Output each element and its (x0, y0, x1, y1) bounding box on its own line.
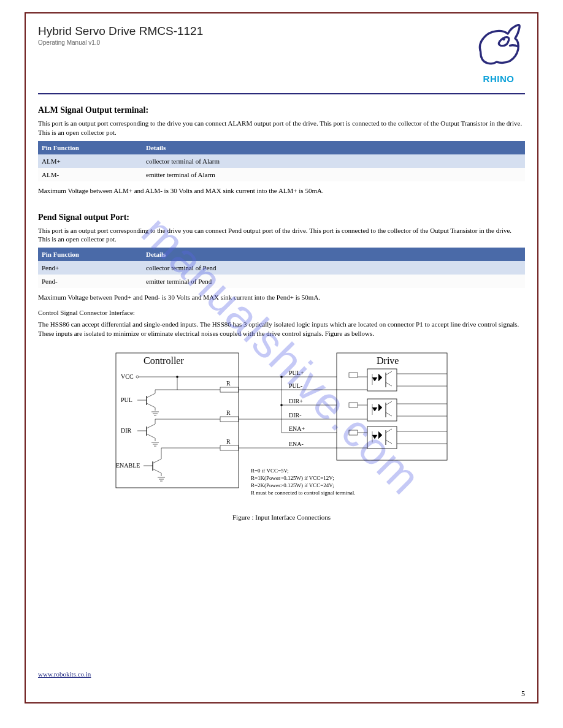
svg-line-9 (147, 393, 155, 398)
svg-line-44 (386, 371, 392, 375)
svg-line-45 (386, 382, 392, 386)
table-row: ALM+ collector terminal of Alarm (38, 154, 525, 168)
enam-label: ENA- (289, 441, 304, 447)
brand-name: RHINO (472, 74, 525, 84)
svg-line-10 (147, 403, 155, 408)
svg-rect-42 (367, 369, 397, 391)
alm-r1-c0: ALM- (38, 168, 142, 181)
pend-intro: This port is an output port correspondin… (38, 226, 525, 245)
pend-table: Pin Function Details Pend+ collector ter… (38, 248, 525, 288)
svg-line-23 (147, 434, 155, 438)
drive-label: Drive (377, 355, 399, 366)
alm-table: Pin Function Details ALM+ collector term… (38, 141, 525, 181)
optocoupler-icon (337, 399, 447, 421)
svg-rect-51 (367, 399, 397, 421)
enap-label: ENA+ (289, 425, 305, 432)
dir-label: DIR (121, 427, 132, 434)
r-label-3: R (226, 438, 231, 445)
svg-line-63 (386, 440, 392, 444)
table-row: Pend+ collector terminal of Pend (38, 261, 525, 275)
control-signal-desc: The HSS86 can accept differential and si… (38, 320, 525, 338)
footer-website-link[interactable]: www.robokits.co.in (38, 670, 91, 678)
diagram-note-1: R=0 if VCC=5V; (251, 468, 289, 474)
page-header: Hybrid Servo Drive RMCS-1121 Operating M… (38, 21, 525, 94)
svg-rect-15 (220, 387, 239, 392)
svg-rect-39 (220, 446, 239, 450)
pulm-label: PUL- (289, 382, 302, 389)
svg-line-62 (386, 429, 392, 433)
alm-th-details: Details (142, 141, 525, 154)
svg-line-22 (147, 424, 155, 428)
svg-line-34 (153, 459, 161, 463)
diagram-note-3: R=2K(Power>0.125W) if VCC=24V; (251, 482, 334, 488)
diagram-note-4: R must be connected to control signal te… (251, 490, 355, 496)
pend-section-title: Pend Signal output Port: (38, 213, 525, 222)
pend-th-pin: Pin Function (38, 248, 142, 261)
alm-intro: This port is an output port correspondin… (38, 119, 525, 137)
table-row: Pend- emitter terminal of Pend (38, 275, 525, 288)
control-signal-heading: Control Signal Connector Interface: (38, 308, 525, 317)
header-titles: Hybrid Servo Drive RMCS-1121 Operating M… (38, 21, 203, 46)
optocoupler-icon (337, 427, 447, 449)
svg-line-54 (386, 412, 392, 416)
alm-section-title: ALM Signal Output terminal: (38, 105, 525, 115)
svg-rect-50 (349, 403, 358, 408)
svg-point-3 (136, 376, 139, 378)
table-row: ALM- emitter terminal of Alarm (38, 168, 525, 181)
alm-r0-c1: collector terminal of Alarm (142, 154, 525, 168)
brand-logo: RHINO (472, 21, 525, 84)
svg-rect-60 (367, 427, 397, 449)
svg-point-0 (502, 38, 505, 40)
enable-label: ENABLE (116, 462, 140, 469)
svg-line-53 (386, 401, 392, 405)
figure-caption: Figure : Input Interface Connections (110, 514, 453, 521)
optocoupler-icon (337, 369, 447, 391)
r-label-2: R (226, 409, 231, 416)
svg-point-30 (280, 404, 283, 406)
svg-rect-27 (220, 417, 239, 422)
alm-footer-note: Maximum Voltage between ALM+ and ALM- is… (38, 186, 525, 195)
pend-r0-c0: Pend+ (38, 261, 142, 275)
svg-rect-59 (349, 430, 358, 435)
alm-r0-c0: ALM+ (38, 154, 142, 168)
pend-footer-note: Maximum Voltage between Pend+ and Pend- … (38, 293, 525, 302)
vcc-label: VCC (121, 373, 134, 380)
dirm-label: DIR- (289, 412, 302, 419)
pend-r1-c0: Pend- (38, 275, 142, 288)
controller-label: Controller (144, 355, 184, 366)
pend-th-details: Details (142, 248, 525, 261)
alm-r1-c1: emitter terminal of Alarm (142, 168, 525, 181)
wiring-diagram: Controller Drive VCC PUL+ PUL (110, 347, 453, 521)
product-title: Hybrid Servo Drive RMCS-1121 (38, 25, 203, 38)
pulp-label: PUL+ (289, 370, 304, 376)
r-label-1: R (226, 380, 231, 387)
rhino-icon (473, 21, 524, 72)
pend-r0-c1: collector terminal of Pend (142, 261, 525, 275)
pend-r1-c1: emitter terminal of Pend (142, 275, 525, 288)
dirp-label: DIR+ (289, 398, 303, 404)
svg-rect-41 (349, 373, 358, 377)
pul-label: PUL (121, 396, 132, 403)
alm-th-pin: Pin Function (38, 141, 142, 154)
page-number: 5 (521, 689, 525, 699)
svg-line-35 (153, 469, 161, 473)
manual-version: Operating Manual v1.0 (38, 39, 203, 46)
diagram-note-2: R=1K(Power>0.125W) if VCC=12V; (251, 475, 334, 481)
